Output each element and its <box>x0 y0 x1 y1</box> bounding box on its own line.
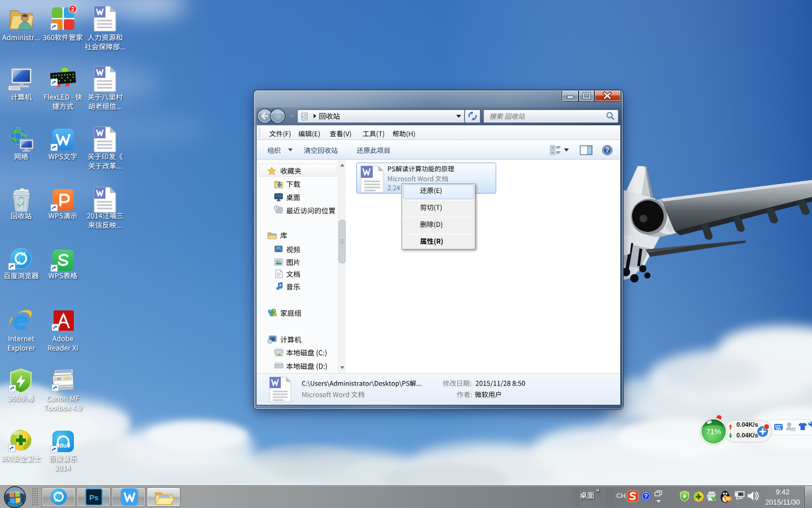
svg-text:?: ? <box>644 493 647 500</box>
svg-text:2: 2 <box>71 6 74 12</box>
svg-text:16: 16 <box>791 427 795 431</box>
svg-text:Ps: Ps <box>89 493 99 502</box>
svg-text:?: ? <box>605 146 609 154</box>
svg-text:du: du <box>60 442 67 449</box>
